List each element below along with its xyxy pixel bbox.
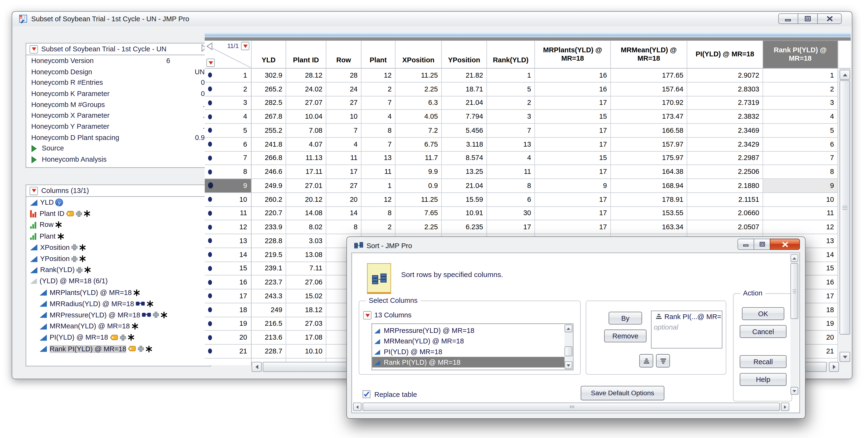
- cell[interactable]: 1: [763, 68, 838, 83]
- row-state-dot-icon[interactable]: [208, 307, 212, 312]
- rows-menu-icon[interactable]: [207, 59, 215, 67]
- cell[interactable]: 2.1151: [687, 193, 763, 207]
- row-number-cell[interactable]: 17: [205, 289, 252, 303]
- remove-button[interactable]: Remove: [604, 330, 647, 342]
- cell[interactable]: 27: [327, 96, 362, 110]
- cell[interactable]: 8.574: [442, 151, 487, 165]
- cell[interactable]: 30: [487, 207, 535, 220]
- cell[interactable]: 2: [362, 83, 395, 96]
- cell[interactable]: 5: [763, 124, 838, 137]
- column-header[interactable]: YPosition: [442, 41, 487, 68]
- cell[interactable]: 16: [535, 83, 611, 96]
- row-number-cell[interactable]: 1: [205, 68, 252, 83]
- cell[interactable]: 10.10: [286, 345, 327, 358]
- column-list-item[interactable]: Row: [26, 219, 210, 230]
- row-state-dot-icon[interactable]: [208, 211, 212, 216]
- row-state-dot-icon[interactable]: [208, 293, 212, 299]
- grid-corner-cell[interactable]: 11/1: [205, 41, 252, 68]
- cell[interactable]: 16: [535, 68, 611, 83]
- columns-menu-icon[interactable]: [241, 42, 249, 50]
- column-list-item[interactable]: (YLD) @ MR=18 (6/1): [26, 276, 210, 287]
- column-header[interactable]: MRPlants(YLD) @ MR=18: [535, 41, 611, 68]
- cell[interactable]: 228.8: [252, 234, 286, 248]
- cell[interactable]: 10.91: [442, 207, 487, 220]
- dialog-vertical-scrollbar[interactable]: [790, 254, 799, 395]
- cell[interactable]: 4: [327, 137, 362, 151]
- row-number-cell[interactable]: 16: [205, 276, 252, 289]
- red-triangle-menu-icon[interactable]: [30, 45, 38, 53]
- column-header[interactable]: Plant ID: [286, 41, 327, 68]
- cell[interactable]: 10.04: [286, 110, 327, 124]
- scroll-right-button[interactable]: [829, 362, 839, 372]
- cell[interactable]: 9: [763, 179, 838, 193]
- by-list-item[interactable]: Rank PI(...@ MR=18: [652, 311, 722, 322]
- cell[interactable]: 11: [362, 165, 395, 179]
- cell[interactable]: 18.71: [442, 83, 487, 96]
- row-state-dot-icon[interactable]: [208, 87, 212, 91]
- cell[interactable]: 266.8: [252, 151, 286, 165]
- cell[interactable]: 9: [535, 179, 611, 193]
- cell[interactable]: 17: [487, 220, 535, 234]
- cell[interactable]: 246.6: [252, 165, 286, 179]
- cell[interactable]: 255.2: [252, 124, 286, 137]
- cell[interactable]: 14: [327, 207, 362, 220]
- cell[interactable]: 6: [763, 137, 838, 151]
- cell[interactable]: 17.08: [286, 331, 327, 345]
- cell[interactable]: 3: [487, 110, 535, 124]
- cell[interactable]: 2.2506: [687, 165, 763, 179]
- cell[interactable]: 15: [535, 151, 611, 165]
- cancel-button[interactable]: Cancel: [740, 325, 786, 338]
- cell[interactable]: 27.06: [286, 276, 327, 289]
- close-button[interactable]: [817, 13, 842, 24]
- column-header[interactable]: Rank(YLD): [487, 41, 535, 68]
- cell[interactable]: 175.97: [611, 151, 687, 165]
- column-header[interactable]: Rank PI(YLD) @ MR=18: [763, 41, 838, 68]
- row-number-cell[interactable]: 13: [205, 234, 252, 248]
- sort-ascending-button[interactable]: [639, 354, 653, 368]
- cell[interactable]: 11: [487, 165, 535, 179]
- cell[interactable]: 21.82: [442, 68, 487, 83]
- dialog-vscroll-thumb[interactable]: [790, 263, 798, 319]
- dialog-close-button[interactable]: [770, 239, 800, 250]
- cell[interactable]: 27.01: [286, 179, 327, 193]
- cell[interactable]: 7.08: [286, 124, 327, 137]
- cell[interactable]: 5.456: [442, 124, 487, 137]
- cell[interactable]: 216.5: [252, 317, 286, 331]
- column-header[interactable]: MRMean(YLD) @ MR=18: [611, 41, 687, 68]
- cell[interactable]: 2.0660: [687, 207, 763, 220]
- cell[interactable]: 4.07: [286, 137, 327, 151]
- cell[interactable]: 4.05: [395, 110, 442, 124]
- cell[interactable]: 7: [327, 124, 362, 137]
- cell[interactable]: 15.02: [286, 289, 327, 303]
- cell[interactable]: 243.3: [252, 289, 286, 303]
- list-scrollbar[interactable]: [564, 324, 573, 370]
- cell[interactable]: 21.04: [442, 96, 487, 110]
- row-state-dot-icon[interactable]: [208, 197, 212, 202]
- cell[interactable]: 27.03: [286, 317, 327, 331]
- cell[interactable]: 249: [252, 303, 286, 317]
- row-number-cell[interactable]: 9: [205, 179, 252, 193]
- cell[interactable]: 13.08: [286, 248, 327, 262]
- cell[interactable]: 13: [362, 151, 395, 165]
- cell[interactable]: 7: [487, 124, 535, 137]
- row-number-cell[interactable]: 4: [205, 110, 252, 124]
- row-number-cell[interactable]: 18: [205, 303, 252, 317]
- column-header[interactable]: PI(YLD) @ MR=18: [687, 41, 763, 68]
- row-state-dot-icon[interactable]: [208, 266, 212, 271]
- cell[interactable]: 178.91: [611, 193, 687, 207]
- columns-select-list[interactable]: MRPressure(YLD) @ MR=18MRMean(YLD) @ MR=…: [372, 323, 574, 370]
- cell[interactable]: 10: [327, 110, 362, 124]
- cell[interactable]: 6.75: [395, 137, 442, 151]
- row-state-dot-icon[interactable]: [208, 280, 212, 285]
- cell[interactable]: 7.11: [286, 262, 327, 276]
- cell[interactable]: 213.6: [252, 331, 286, 345]
- scroll-down-button[interactable]: [840, 352, 850, 362]
- cell[interactable]: 166.58: [611, 124, 687, 137]
- cell[interactable]: 219.5: [252, 248, 286, 262]
- cell[interactable]: 2.9072: [687, 68, 763, 83]
- cell[interactable]: 8: [362, 207, 395, 220]
- cell[interactable]: 2.0507: [687, 220, 763, 234]
- cell[interactable]: 17: [535, 207, 611, 220]
- cell[interactable]: 2.1880: [687, 179, 763, 193]
- cell[interactable]: 12: [362, 193, 395, 207]
